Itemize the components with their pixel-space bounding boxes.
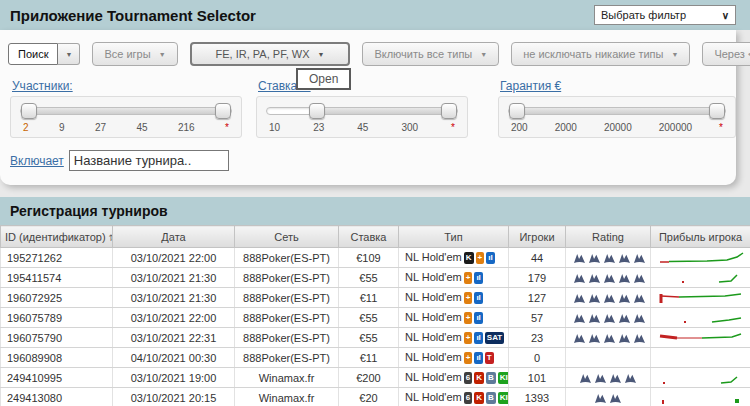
type-badge-icon: 6	[464, 392, 472, 404]
slider-tick: 27	[95, 122, 106, 133]
header-date[interactable]: Дата	[113, 226, 235, 248]
search-input[interactable]: Поиск	[8, 43, 58, 65]
shark-rating-icon	[632, 251, 647, 263]
type-badge-icon: K	[474, 392, 484, 404]
section-title: Регистрация турниров	[10, 203, 168, 219]
header-rating[interactable]: Rating	[566, 226, 651, 248]
rating-cell	[566, 368, 651, 388]
slider-tick: 9	[59, 122, 65, 133]
profit-cell	[651, 288, 750, 308]
type-badge-icon: B	[486, 392, 496, 404]
type-badge-icon: ıl	[474, 332, 482, 344]
shark-rating-icon	[602, 291, 617, 303]
slider-track[interactable]	[266, 107, 458, 115]
type-badge-icon: K	[474, 372, 484, 384]
table-row[interactable]: 19608990804/10/2021 00:30888Poker(ES-PT)…	[1, 348, 750, 368]
time-filter-dropdown[interactable]: Через <1 ч▼	[702, 42, 750, 66]
table-row[interactable]: 24941099503/10/2021 19:00Winamax.fr€200N…	[1, 368, 750, 388]
includes-link[interactable]: Включает	[10, 154, 64, 168]
network-cell: Winamax.fr	[235, 388, 339, 406]
filter-preset-select[interactable]: Выбрать фильтр ∨	[594, 5, 736, 25]
slider-ticks: 292745216*	[20, 122, 232, 133]
slider-tick: 45	[357, 122, 368, 133]
section-bar: Регистрация турниров	[0, 197, 750, 225]
table-row[interactable]: 19541157403/10/2021 21:30888Poker(ES-PT)…	[1, 268, 750, 288]
shark-rating-icon	[593, 391, 608, 403]
type-badge-icon: ıl	[474, 292, 482, 304]
name-filter-row: Включает	[0, 138, 736, 185]
slider-track[interactable]	[20, 107, 232, 115]
game-type-label: NL Hold'em	[405, 351, 462, 363]
header-type[interactable]: Тип	[399, 226, 509, 248]
shark-rating-icon	[602, 311, 617, 323]
id-cell: 196075790	[1, 328, 113, 348]
guarantee-slider: 200200020000200000*	[498, 96, 736, 138]
chevron-down-icon: ▼	[671, 51, 678, 58]
type-cell: NL Hold'em+ıl	[399, 308, 509, 328]
rating-cell	[566, 348, 651, 368]
slider-range	[509, 108, 725, 114]
players-cell: 179	[509, 268, 566, 288]
guarantee-label[interactable]: Гарантия €	[500, 79, 561, 93]
type-cell: NL Hold'em+ılT	[399, 348, 509, 368]
slider-handle-left[interactable]	[509, 103, 525, 119]
table-row[interactable]: 19607578903/10/2021 22:00888Poker(ES-PT)…	[1, 308, 750, 328]
chevron-down-icon: ▼	[159, 51, 166, 58]
sort-icon: ⇅	[109, 233, 113, 243]
networks-dropdown[interactable]: FE, IR, PA, PF, WX▼	[190, 42, 351, 66]
app-title: Приложение Tournament Selector	[10, 7, 256, 24]
shark-rating-icon	[617, 291, 632, 303]
exclude-types-dropdown[interactable]: не исключать никакие типы▼	[511, 42, 690, 66]
table-row[interactable]: 24941308003/10/2021 20:15Winamax.fr€20NL…	[1, 388, 750, 406]
table-header-row: ID (идентификатор)⇅ Дата Сеть Ставка Тип…	[1, 226, 750, 248]
header-id[interactable]: ID (идентификатор)⇅	[1, 226, 113, 248]
date-cell: 03/10/2021 21:30	[113, 268, 235, 288]
slider-tick: 2000	[555, 122, 577, 133]
table-row[interactable]: 19607579003/10/2021 22:31888Poker(ES-PT)…	[1, 328, 750, 348]
slider-handle-right[interactable]	[709, 103, 725, 119]
shark-rating-icon	[617, 331, 632, 343]
participants-label[interactable]: Участники:	[12, 79, 73, 93]
date-cell: 03/10/2021 20:15	[113, 388, 235, 406]
date-cell: 03/10/2021 22:00	[113, 308, 235, 328]
network-cell: 888Poker(ES-PT)	[235, 328, 339, 348]
header-players[interactable]: Игроки	[509, 226, 566, 248]
slider-handle-right[interactable]	[215, 103, 231, 119]
slider-handle-right[interactable]	[441, 103, 457, 119]
search-dropdown-button[interactable]: ▼	[58, 43, 80, 65]
slider-tooltip: Open	[296, 68, 351, 90]
tournament-name-input[interactable]	[69, 150, 229, 171]
stake-cell: €55	[339, 308, 399, 328]
slider-handle-left[interactable]	[309, 103, 325, 119]
shark-rating-icon	[593, 371, 608, 383]
header-profit[interactable]: Прибыль игрока	[651, 226, 750, 248]
game-type-label: NL Hold'em	[405, 371, 462, 383]
type-badge-icon: B	[486, 372, 496, 384]
profit-sparkline-chart	[657, 250, 744, 266]
game-type-label: NL Hold'em	[405, 291, 462, 303]
filter-preset-value: Выбрать фильтр	[601, 9, 686, 21]
table-row[interactable]: 19527126203/10/2021 22:00888Poker(ES-PT)…	[1, 248, 750, 268]
profit-cell	[651, 308, 750, 328]
profit-sparkline-chart	[657, 390, 744, 406]
slider-group-1: Ставка €: Open 102345300*	[256, 76, 468, 138]
type-cell: NL Hold'em6KBKILL	[399, 368, 509, 388]
slider-tick: 45	[136, 122, 147, 133]
shark-rating-icon	[602, 331, 617, 343]
chevron-down-icon: ▼	[480, 51, 487, 58]
game-type-label: NL Hold'em	[405, 391, 462, 403]
search-combo[interactable]: Поиск ▼	[8, 43, 80, 65]
slider-track[interactable]	[508, 107, 726, 115]
header-network[interactable]: Сеть	[235, 226, 339, 248]
include-types-dropdown[interactable]: Включить все типы▼	[362, 42, 499, 66]
slider-tick: 300	[401, 122, 418, 133]
all-games-dropdown[interactable]: Все игры▼	[92, 42, 177, 66]
header-stake[interactable]: Ставка	[339, 226, 399, 248]
slider-handle-left[interactable]	[21, 103, 37, 119]
table-row[interactable]: 19607292503/10/2021 21:30888Poker(ES-PT)…	[1, 288, 750, 308]
shark-rating-icon	[632, 331, 647, 343]
slider-tick: *	[225, 122, 229, 133]
slider-tick: 10	[269, 122, 280, 133]
profit-cell	[651, 348, 750, 368]
players-cell: 127	[509, 288, 566, 308]
